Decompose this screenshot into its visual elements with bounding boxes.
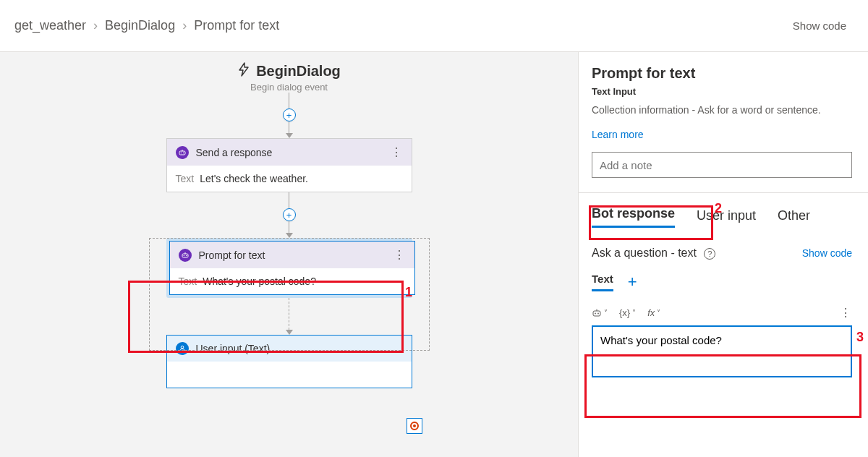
svg-rect-9 (593, 311, 600, 316)
node-menu-button[interactable]: ⋮ (391, 145, 403, 159)
bot-response-input[interactable] (592, 325, 852, 377)
svg-point-11 (595, 312, 596, 314)
breadcrumb-step[interactable]: Prompt for text (194, 18, 279, 33)
add-variation-button[interactable]: + (628, 274, 637, 290)
svg-point-3 (183, 152, 184, 153)
panel-description: Collection information - Ask for a word … (592, 104, 852, 116)
node-send-response[interactable]: Send a response ⋮ TextLet's check the we… (166, 138, 412, 192)
help-icon[interactable]: ? (704, 248, 715, 260)
bolt-icon (237, 62, 250, 80)
svg-rect-0 (179, 151, 185, 155)
insert-function-button[interactable]: fx˅ (647, 307, 660, 318)
breadcrumb-root[interactable]: get_weather (14, 18, 86, 33)
property-panel: Prompt for text Text Input Collection in… (579, 52, 868, 457)
editor-toolbar: ˅ {x}˅ fx˅ ⋮ (592, 306, 852, 320)
panel-subtitle: Text Input (592, 86, 852, 97)
dialog-header: BeginDialog Begin dialog event (237, 62, 341, 93)
add-action-button[interactable]: + (283, 108, 296, 121)
node-body: TextWhat's your postal code? (170, 268, 414, 294)
bot-icon (179, 249, 192, 262)
svg-point-7 (186, 255, 187, 255)
node-title: Send a response (196, 147, 273, 158)
flow-canvas[interactable]: BeginDialog Begin dialog event + (0, 52, 579, 457)
delete-node-button[interactable] (407, 418, 422, 434)
dialog-title-text: BeginDialog (256, 63, 341, 80)
node-body: TextLet's check the weather. (167, 166, 412, 192)
learn-more-link[interactable]: Learn more (592, 129, 852, 140)
tab-other[interactable]: Other (778, 208, 810, 228)
tab-bot-response[interactable]: Bot response (592, 206, 675, 228)
dialog-subtitle: Begin dialog event (237, 82, 341, 93)
tab-user-input[interactable]: User input (697, 208, 756, 228)
user-icon (176, 342, 189, 355)
editor-more-button[interactable]: ⋮ (840, 306, 852, 320)
svg-rect-4 (182, 254, 188, 257)
panel-title: Prompt for text (592, 65, 852, 82)
svg-point-8 (181, 346, 184, 349)
top-bar: get_weather › BeginDialog › Prompt for t… (0, 0, 868, 52)
node-prompt-for-text[interactable]: Prompt for text ⋮ TextWhat's your postal… (166, 238, 412, 298)
insert-property-button[interactable]: {x}˅ (619, 307, 636, 318)
delete-icon (410, 422, 419, 430)
node-user-input[interactable]: User input (Text) (166, 335, 412, 388)
note-input[interactable] (592, 152, 852, 178)
section-label: Ask a question - text ? (592, 247, 715, 260)
svg-point-2 (180, 152, 181, 153)
show-code-button[interactable]: Show code (793, 20, 846, 32)
breadcrumb: get_weather › BeginDialog › Prompt for t… (14, 18, 279, 33)
node-menu-button[interactable]: ⋮ (393, 248, 406, 262)
breadcrumb-dialog[interactable]: BeginDialog (105, 18, 175, 33)
node-title: Prompt for text (199, 249, 265, 261)
node-title: User input (Text) (196, 343, 271, 354)
callout-number-3: 3 (856, 330, 864, 345)
svg-point-6 (183, 255, 184, 255)
subtab-text[interactable]: Text (592, 273, 613, 291)
chevron-right-icon: › (93, 18, 98, 33)
panel-tabs: Bot response User input Other (592, 206, 852, 228)
add-action-button[interactable]: + (283, 208, 296, 221)
insert-bot-response-button[interactable]: ˅ (592, 308, 608, 318)
show-code-link[interactable]: Show code (802, 247, 852, 259)
bot-icon (176, 146, 189, 159)
svg-point-12 (597, 312, 599, 314)
chevron-right-icon: › (182, 18, 187, 33)
